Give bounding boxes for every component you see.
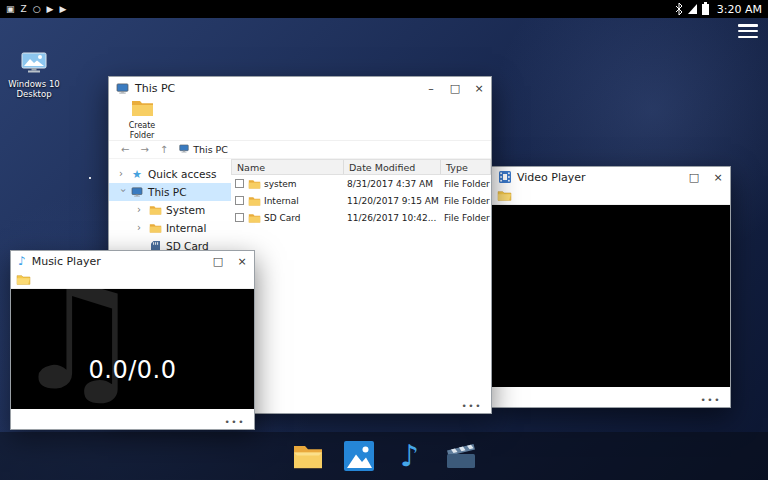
create-folder-label: Create Folder <box>117 121 167 139</box>
new-folder-icon <box>131 99 154 120</box>
column-header-date-modified[interactable]: Date Modified <box>344 160 441 174</box>
file-list: Name Date Modified Type system 8/31/2017… <box>231 159 491 413</box>
file-row-sd-card[interactable]: SD Card 11/26/2017 10:42... File Folder <box>231 209 491 226</box>
open-file-icon[interactable] <box>497 186 512 205</box>
music-note-icon: ♪ <box>18 255 26 267</box>
folder-icon <box>148 205 162 215</box>
circle-notification-icon: ○ <box>33 5 41 14</box>
file-date: 11/26/2017 10:42... <box>347 213 444 223</box>
taskbar-photos-icon[interactable] <box>342 439 376 473</box>
expander-icon[interactable]: › <box>137 205 144 215</box>
close-button[interactable]: × <box>706 167 730 187</box>
this-pc-titlebar[interactable]: This PC – □ × <box>109 77 491 99</box>
create-folder-button[interactable]: Create Folder <box>117 97 167 141</box>
video-player-window: Video Player □ × ••• <box>491 166 731 408</box>
folder-icon <box>248 213 264 223</box>
video-player-titlebar[interactable]: Video Player □ × <box>492 167 730 187</box>
music-player-toolbar <box>11 271 254 289</box>
explorer-toolbar: Create Folder <box>109 99 491 141</box>
breadcrumb[interactable]: This PC <box>179 144 228 155</box>
video-player-icon <box>499 168 511 187</box>
status-notification-icons: ▣ Z ○ ▶ ▶ <box>6 5 66 14</box>
file-name: system <box>264 179 347 189</box>
menu-button[interactable] <box>738 24 758 38</box>
breadcrumb-pc-icon <box>179 144 189 155</box>
back-button[interactable]: ← <box>121 145 129 155</box>
playback-time: 0.0/0.0 <box>89 356 177 384</box>
file-row-internal[interactable]: Internal 11/20/2017 9:15 AM File Folder <box>231 192 491 209</box>
tree-label: This PC <box>148 186 186 198</box>
tree-label: Quick access <box>148 168 216 180</box>
close-button[interactable]: × <box>230 251 254 271</box>
this-pc-icon <box>130 187 144 197</box>
quick-access-icon: ★ <box>130 169 144 180</box>
column-header-type[interactable]: Type <box>441 160 491 174</box>
column-header-name[interactable]: Name <box>232 160 344 174</box>
shortcut-label: Windows 10 Desktop <box>8 80 60 100</box>
status-time: 3:20 AM <box>717 3 762 16</box>
taskbar-video-icon[interactable] <box>444 439 478 473</box>
file-date: 8/31/2017 4:37 AM <box>347 179 444 189</box>
more-options-button[interactable]: ••• <box>462 401 482 411</box>
maximize-button[interactable]: □ <box>682 167 706 187</box>
android-status-bar: ▣ Z ○ ▶ ▶ 3:20 AM <box>0 0 768 18</box>
sleep-mode-icon: Z <box>21 5 27 14</box>
up-button[interactable]: ↑ <box>160 145 168 155</box>
desktop-shortcut-windows10[interactable]: Windows 10 Desktop <box>8 52 60 100</box>
windows-desktop-icon <box>21 52 47 78</box>
music-player-window: ♪ Music Player □ × ♫ 0.0/0.0 ••• <box>10 250 255 430</box>
taskbar: ♪ <box>0 432 768 480</box>
bluetooth-icon <box>675 3 683 15</box>
maximize-button[interactable]: □ <box>443 77 467 99</box>
file-name: SD Card <box>264 213 347 223</box>
file-type: File Folder <box>444 179 491 189</box>
desktop-wallpaper[interactable]: Windows 10 Desktop Video Player □ × ••• <box>0 18 768 480</box>
explorer-navbar: ← → ↑ This PC <box>109 141 491 159</box>
expander-icon[interactable]: › <box>119 169 126 179</box>
more-options-button[interactable]: ••• <box>225 417 245 427</box>
breadcrumb-label: This PC <box>193 144 228 155</box>
tree-label: Internal <box>166 222 206 234</box>
forward-button[interactable]: → <box>140 145 148 155</box>
expander-icon[interactable]: › <box>118 189 128 196</box>
checkbox[interactable] <box>235 213 244 222</box>
window-title: Video Player <box>517 171 682 184</box>
video-player-bottom-bar: ••• <box>492 387 730 407</box>
music-player-titlebar[interactable]: ♪ Music Player □ × <box>11 251 254 271</box>
folder-icon <box>148 223 162 233</box>
file-row-system[interactable]: system 8/31/2017 4:37 AM File Folder <box>231 175 491 192</box>
this-pc-icon <box>116 79 129 98</box>
play-notification-icon: ▶ <box>47 5 54 14</box>
file-list-header: Name Date Modified Type <box>231 159 491 175</box>
expander-icon[interactable]: › <box>137 223 144 233</box>
checkbox[interactable] <box>235 179 244 188</box>
tree-item-quick-access[interactable]: › ★ Quick access <box>109 165 231 183</box>
play-notification-icon: ▶ <box>59 5 66 14</box>
open-file-icon[interactable] <box>16 270 31 289</box>
background-note-icon: ♫ <box>11 289 145 409</box>
file-name: Internal <box>264 196 347 206</box>
more-options-button[interactable]: ••• <box>701 395 721 405</box>
folder-icon <box>248 179 264 189</box>
maximize-button[interactable]: □ <box>206 251 230 271</box>
minimize-button[interactable]: – <box>419 77 443 99</box>
tree-item-internal[interactable]: › Internal <box>109 219 231 237</box>
folder-icon <box>248 196 264 206</box>
tree-item-this-pc[interactable]: › This PC <box>109 183 231 201</box>
window-title: Music Player <box>32 255 206 268</box>
checkbox[interactable] <box>235 196 244 205</box>
close-button[interactable]: × <box>467 77 491 99</box>
screenshot-icon: ▣ <box>6 5 15 14</box>
file-type: File Folder <box>444 196 491 206</box>
tree-item-system[interactable]: › System <box>109 201 231 219</box>
video-player-toolbar <box>492 187 730 205</box>
taskbar-music-icon[interactable]: ♪ <box>393 439 427 473</box>
signal-icon <box>688 4 697 14</box>
file-type: File Folder <box>444 213 491 223</box>
video-screen[interactable] <box>492 205 730 387</box>
taskbar-file-explorer-icon[interactable] <box>291 439 325 473</box>
music-screen[interactable]: ♫ 0.0/0.0 <box>11 289 254 409</box>
file-date: 11/20/2017 9:15 AM <box>347 196 444 206</box>
battery-icon <box>702 4 709 15</box>
music-player-bottom-bar: ••• <box>11 409 254 429</box>
